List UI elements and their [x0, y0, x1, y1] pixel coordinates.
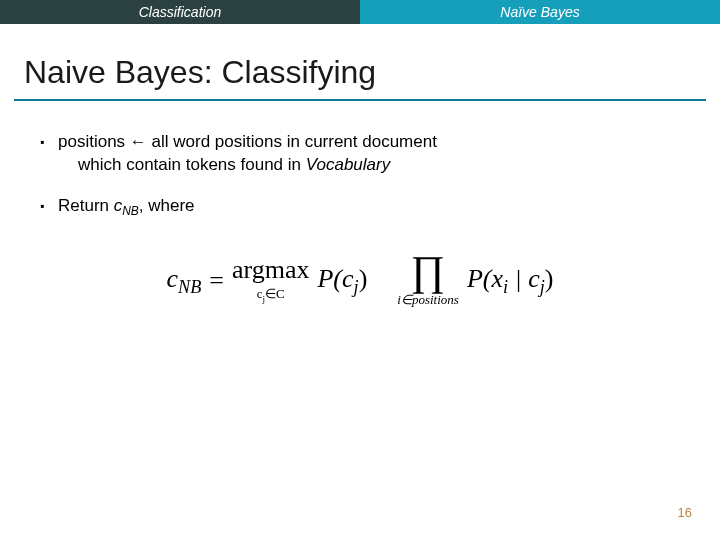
slide: Classification Naïve Bayes Naive Bayes: … — [0, 0, 720, 540]
argmax: argmax cj∈C — [232, 257, 310, 304]
product: ∏ i∈positions — [397, 255, 459, 306]
page-number: 16 — [678, 505, 692, 520]
text: which contain tokens found in — [78, 155, 306, 174]
tab-naive-bayes: Naïve Bayes — [360, 0, 720, 24]
text: positions — [58, 132, 130, 151]
t: ∈C — [265, 286, 285, 301]
text: all word positions in current document — [147, 132, 437, 151]
t: P(x — [467, 264, 503, 293]
text: , where — [139, 196, 195, 215]
text: Return — [58, 196, 114, 215]
product-symbol-icon: ∏ — [411, 255, 446, 289]
prior-term: P(cj) — [317, 261, 367, 300]
var-c: c — [167, 264, 179, 293]
equals: = — [209, 263, 224, 298]
likelihood-term: P(xi | cj) — [467, 261, 554, 300]
bullet-mark-icon: ▪ — [40, 195, 58, 219]
formula: cNB = argmax cj∈C P(cj) ∏ i∈positions — [40, 255, 680, 306]
lhs: cNB — [167, 261, 202, 300]
bullet-mark-icon: ▪ — [40, 131, 58, 177]
vocabulary-term: Vocabulary — [306, 155, 390, 174]
bullet-return: ▪ Return cNB, where — [40, 195, 680, 219]
argmax-label: argmax — [232, 257, 310, 283]
product-domain: i∈positions — [397, 293, 459, 306]
bullet-body: positions ← all word positions in curren… — [58, 131, 680, 177]
arrow-icon: ← — [130, 132, 147, 151]
t: ) — [545, 264, 554, 293]
bullet-positions: ▪ positions ← all word positions in curr… — [40, 131, 680, 177]
t: | c — [508, 264, 540, 293]
var-c: c — [114, 196, 123, 215]
bullet-body: Return cNB, where — [58, 195, 680, 219]
slide-title: Naive Bayes: Classifying — [24, 54, 720, 91]
header-tabs: Classification Naïve Bayes — [0, 0, 720, 24]
sub-nb: NB — [122, 204, 139, 218]
t: P(c — [317, 264, 353, 293]
bullet-line2: which contain tokens found in Vocabulary — [58, 154, 680, 177]
argmax-domain: cj∈C — [257, 287, 285, 304]
tab-classification: Classification — [0, 0, 360, 24]
sub-nb: NB — [178, 277, 201, 297]
slide-content: ▪ positions ← all word positions in curr… — [0, 101, 720, 306]
t: ) — [359, 264, 368, 293]
